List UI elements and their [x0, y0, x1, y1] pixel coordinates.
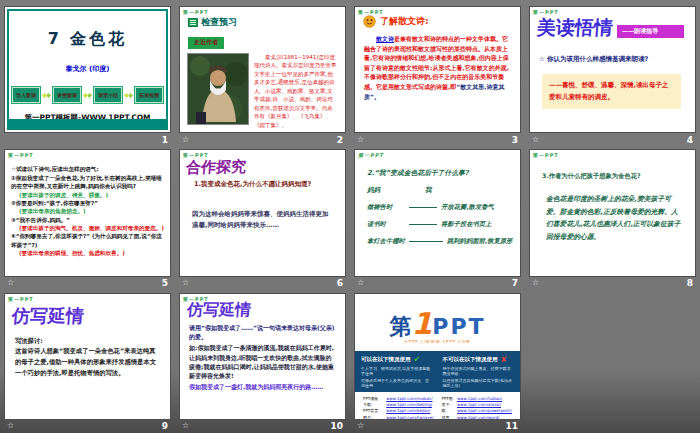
- link-labels: PPT模板下载: PPT背景图片: PPT课件下载: 行业PPT模板: 节日PP…: [363, 396, 382, 420]
- slide-thumbnail-1[interactable]: 7 金色花 泰戈尔 (印度) 导入新课 讲授新课 课堂小结 拓展检测 第一PPT…: [4, 6, 171, 133]
- slide-thumbnail-6[interactable]: 第一PPT 合作探究 1.我变成金色花,为什么不愿让妈妈知道? 因为这样会给妈妈…: [179, 149, 346, 276]
- writing-method-body: 这首诗诗人想象“我变成了一朵金色花”来表达纯真的母子之爱,借助一种具体的形象来抒…: [15, 346, 158, 378]
- flow-step: 课堂小结: [94, 87, 122, 103]
- link-url[interactable]: www.1ppt.com/powerpoint/: [457, 408, 512, 414]
- slide-thumbnail-8[interactable]: 第一PPT 3.作者为什么把孩子想象为金色花? 金色花是印度的圣树上的花朵,赞美…: [529, 149, 696, 276]
- connector-line: [409, 207, 437, 208]
- chain-link-icon: [83, 93, 92, 98]
- verse-line: ②你要是叫到:“孩子,你在哪里呀?”: [11, 199, 164, 207]
- slide-cell-6: 第一PPT 合作探究 1.我变成金色花,为什么不愿让妈妈知道? 因为这样会给妈妈…: [179, 149, 346, 289]
- discussion-question: 2.“我”变成金色花后干了什么事?: [367, 168, 520, 178]
- slide-number: 6: [337, 278, 343, 288]
- writing-method-label: 写法探讨:: [15, 336, 158, 347]
- usage-terms-band: 可以在以下情况使用✔ 个人学习、研究或欣赏,以及学校课堂教学使用 可修改后用于个…: [355, 351, 520, 392]
- can-use-item: 可修改后用于个人及单位内部演示、交流使用: [361, 378, 433, 388]
- row-left: 读书时: [367, 220, 405, 229]
- slide-strip: ☆ 7: [354, 277, 521, 290]
- slide-strip: ☆ 5: [4, 277, 171, 290]
- slide-number: 1: [162, 135, 168, 145]
- comparison-row: 拿灯去牛棚时 跳到妈妈面前,恢复原形: [367, 237, 520, 246]
- animation-star-icon: ☆: [7, 279, 14, 287]
- bottom-bar: [9, 119, 166, 128]
- row-right: 将影子投在书页上: [441, 220, 491, 229]
- slide-number: 4: [687, 135, 693, 145]
- column-header-mother: 妈妈: [367, 186, 425, 195]
- chain-link-icon: [42, 93, 51, 98]
- comparison-row: 做祷告时 开放花瓣,散发香气: [367, 203, 520, 212]
- animation-star-icon: ☆: [357, 136, 364, 144]
- definition-body: 是兼有散文和诗的特点的一种文学体裁。它融合了诗的表现性和散文描写性的某些特点。从…: [364, 35, 509, 90]
- slide-number: 2: [337, 135, 343, 145]
- link-url[interactable]: www.1ppt.com/hangye/: [386, 415, 433, 420]
- slide-cell-7: 第一PPT 2.“我”变成金色花后干了什么事? 妈妈 我 做祷告时 开放花瓣,散…: [354, 149, 521, 289]
- section-title: 仿写延情: [186, 300, 251, 321]
- slide-number: 9: [162, 421, 168, 431]
- slide-strip: ☆ 11: [354, 420, 521, 433]
- link-label: 优秀PPT下载:: [442, 415, 454, 420]
- slide-thumbnail-5[interactable]: 第一PPT ☆试读以下诗句,应读出怎样的语气: ①假如我变成了一朵金色花,为了好…: [4, 149, 171, 276]
- slide-thumbnail-7[interactable]: 第一PPT 2.“我”变成金色花后干了什么事? 妈妈 我 做祷告时 开放花瓣,散…: [354, 149, 521, 276]
- imitation-highlight: 假如我变成了一盏灯,我就为妈妈照亮夜行的路……: [189, 382, 335, 391]
- slide-sorter-grid: 7 金色花 泰戈尔 (印度) 导入新课 讲授新课 课堂小结 拓展检测 第一PPT…: [0, 0, 700, 433]
- slide-strip: ☆ 10: [179, 420, 346, 433]
- section-title: 仿写延情: [11, 304, 85, 328]
- row-right: 跳到妈妈面前,恢复原形: [447, 237, 512, 246]
- animation-star-icon: ☆: [357, 422, 364, 430]
- flow-step: 导入新课: [12, 87, 40, 103]
- site-watermark: 第一PPT: [533, 152, 559, 158]
- site-watermark: 第一PPT: [8, 296, 34, 302]
- slide-number: 8: [687, 278, 693, 288]
- link-url[interactable]: www.1ppt.com/kejian/: [386, 408, 433, 414]
- tone-note-red: (要读出母亲的嗔怪、担忧、焦虑和欣喜。): [11, 249, 164, 257]
- slide-thumbnail-2[interactable]: 第一PPT 检查预习 走近作者 泰戈尔(1861~1941)是: [179, 6, 346, 133]
- can-use-item: 个人学习、研究或欣赏,以及学校课堂教学使用: [361, 366, 433, 376]
- discussion-question: 3.作者为什么把孩子想象为金色花?: [542, 172, 695, 181]
- slide-strip: ☆ 2: [179, 133, 346, 146]
- discussion-answer: 金色花是印度的圣树上的花朵,赞美孩子可爱。那金黄的色彩,正反映着母爱的光辉。人们…: [546, 193, 681, 243]
- lesson-author: 泰戈尔 (印度): [9, 64, 166, 74]
- check-icon: ✔: [414, 355, 421, 364]
- tone-note-green: (要读出孩子的调皮、得意、骄傲。): [11, 191, 164, 199]
- slide-thumbnail-4[interactable]: 第一PPT 美读悟情 ——朗读指导 ☆ 你认为该用什么样感情基调来朗读? ——喜…: [529, 6, 696, 133]
- smiley-icon: [363, 15, 376, 28]
- slide-thumbnail-3[interactable]: 第一PPT 了解散文诗: 散文诗是兼有散文和诗的特点的一种文学体裁。它融合了诗的…: [354, 6, 521, 133]
- site-watermark: 第一PPT: [8, 152, 34, 160]
- logo-char: 第: [389, 314, 411, 339]
- author-badge: 走近作者: [188, 37, 224, 49]
- logo-url: HTTP://WWW.1PPT.COM: [355, 339, 520, 344]
- slide-strip: ☆ 8: [529, 277, 696, 290]
- animation-star-icon: ☆: [182, 422, 189, 430]
- link-urls: www.1ppt.com/moban/ www.1ppt.com/beijing…: [386, 396, 433, 420]
- slide-strip: ☆ 9: [4, 420, 171, 433]
- section-title: 合作探究: [185, 158, 246, 178]
- flow-step: 讲授新课: [53, 87, 81, 103]
- verse-line: ④“你到哪里去了,你这坏孩子?” (为什么妈妈见了面,说“你这坏孩子”?): [11, 232, 164, 249]
- verse-line: ③“我不告诉你,妈妈。”: [11, 216, 164, 224]
- animation-star-icon: ☆: [532, 136, 539, 144]
- empty-cell: [529, 293, 696, 433]
- logo-ppt: PPT: [432, 314, 485, 339]
- prose-poem-definition: 散文诗是兼有散文和诗的特点的一种文学体裁。它融合了诗的表现性和散文描写性的某些特…: [364, 34, 511, 101]
- slide-cell-3: 第一PPT 了解散文诗: 散文诗是兼有散文和诗的特点的一种文学体裁。它融合了诗的…: [354, 6, 521, 146]
- slide-cell-8: 第一PPT 3.作者为什么把孩子想象为金色花? 金色花是印度的圣树上的花朵,赞美…: [529, 149, 696, 289]
- slide-thumbnail-9[interactable]: 第一PPT 仿写延情 写法探讨: 这首诗诗人想象“我变成了一朵金色花”来表达纯真…: [4, 293, 171, 420]
- cannot-use-item: 以任何形式在其他网站提供下载(包括改编后上传): [443, 378, 515, 388]
- can-use-title: 可以在以下情况使用: [361, 356, 411, 363]
- tone-note-red: (要读出孩子的淘气、机灵、撒娇、调皮和对母亲的爱恋。): [11, 224, 164, 232]
- slide-cell-11: 第1PPT HTTP://WWW.1PPT.COM 可以在以下情况使用✔ 个人学…: [354, 293, 521, 433]
- flow-step: 拓展检测: [135, 87, 163, 103]
- site-watermark: 第一PPT: [358, 152, 384, 158]
- link-url[interactable]: www.1ppt.com/word/: [457, 415, 512, 420]
- discussion-answer: 因为这样会给妈妈带来惊喜、使妈妈生活得更加温馨,同时给妈妈带来快乐……: [192, 209, 329, 231]
- site-links: PPT模板下载: PPT背景图片: PPT课件下载: 行业PPT模板: 节日PP…: [355, 392, 520, 420]
- slide-cell-5: 第一PPT ☆试读以下诗句,应读出怎样的语气: ①假如我变成了一朵金色花,为了好…: [4, 149, 171, 289]
- section-title: 了解散文诗:: [380, 15, 429, 28]
- slide-thumbnail-11[interactable]: 第1PPT HTTP://WWW.1PPT.COM 可以在以下情况使用✔ 个人学…: [354, 293, 521, 420]
- row-left: 拿灯去牛棚时: [367, 237, 405, 246]
- title-slide-frame: 7 金色花 泰戈尔 (印度) 导入新课 讲授新课 课堂小结 拓展检测 第一PPT…: [7, 9, 168, 130]
- site-watermark: 第一PPT: [183, 9, 209, 15]
- cross-icon: ✘: [501, 355, 508, 364]
- row-left: 做祷告时: [367, 203, 405, 212]
- slide-number: 5: [162, 278, 168, 288]
- slide-thumbnail-10[interactable]: 第一PPT 仿写延情 请用“假如我变成了……”说一句话来表达对母亲(父亲)的爱。…: [179, 293, 346, 420]
